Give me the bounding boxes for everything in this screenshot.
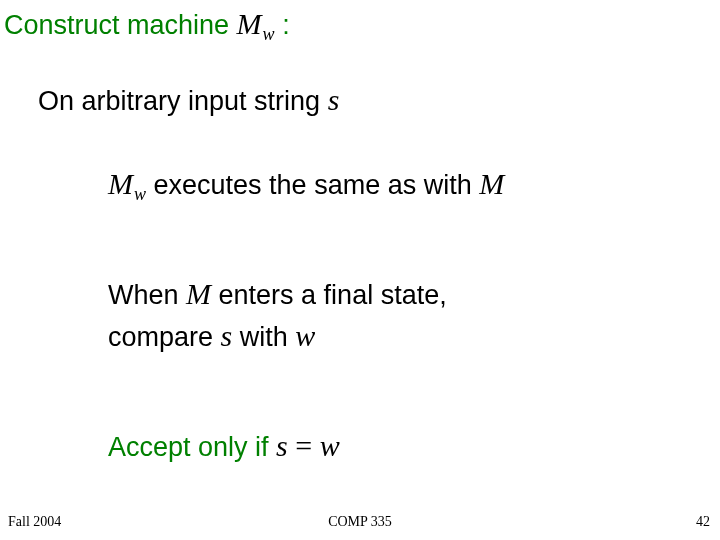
math-M: M	[237, 7, 262, 40]
compare-pre: compare	[108, 322, 221, 352]
accept-pre: Accept only if	[108, 432, 276, 462]
subtitle-line: On arbitrary input string s	[38, 82, 339, 118]
math-s-compare: s	[221, 318, 233, 354]
title-pre: Construct machine	[4, 10, 237, 40]
footer-center: COMP 335	[0, 514, 720, 530]
title-line: Construct machine Mw :	[4, 6, 290, 42]
eq-left: s	[276, 429, 288, 462]
exec-line: Mw executes the same as with M	[108, 166, 504, 202]
eq-right: w	[320, 429, 340, 462]
math-M-when: M	[186, 276, 211, 312]
slide: Construct machine Mw : On arbitrary inpu…	[0, 0, 720, 540]
exec-mid: executes the same as with	[154, 170, 480, 200]
math-w-compare: w	[295, 318, 315, 354]
compare-mid: with	[240, 322, 296, 352]
math-Mw-exec: Mw	[108, 166, 146, 202]
when-line: When M enters a final state,	[108, 276, 447, 312]
accept-line: Accept only if s = w	[108, 428, 340, 464]
footer-right: 42	[696, 514, 710, 530]
math-w-sub-exec: w	[134, 184, 146, 204]
math-Mw-title: Mw	[237, 6, 275, 42]
sub-pre: On arbitrary input string	[38, 86, 328, 116]
math-eq: s = w	[276, 428, 340, 464]
compare-line: compare s with w	[108, 318, 315, 354]
title-post: :	[282, 10, 290, 40]
math-s-1: s	[328, 82, 340, 118]
when-post: enters a final state,	[219, 280, 447, 310]
when-pre: When	[108, 280, 186, 310]
math-M-right: M	[479, 166, 504, 202]
math-w-sub: w	[263, 24, 275, 44]
eq-op: =	[288, 429, 320, 462]
math-M-exec: M	[108, 167, 133, 200]
